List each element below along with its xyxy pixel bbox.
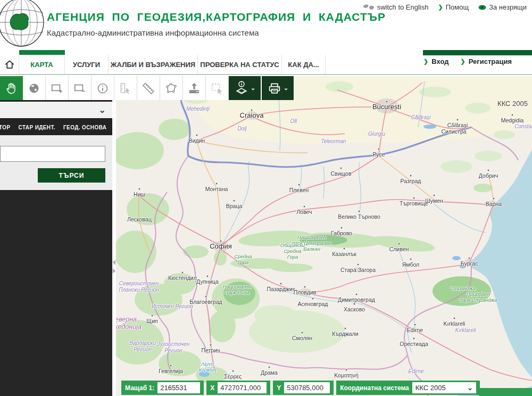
city-dot (413, 197, 415, 200)
city-dot (170, 365, 172, 367)
zoom-in-rect-icon (50, 81, 64, 95)
globe-icon (28, 82, 40, 95)
help-link[interactable]: ❯ Помощ (438, 3, 469, 11)
feature-info-button[interactable] (92, 76, 114, 100)
select-region-button[interactable] (206, 76, 229, 100)
info-icon (96, 82, 109, 95)
city-dot (378, 148, 380, 151)
ruler-cursor-icon (119, 81, 132, 95)
tab-uslugi[interactable]: УСЛУГИ (65, 55, 109, 74)
scale-input[interactable] (157, 382, 200, 393)
zoom-out-rect-icon (73, 81, 87, 95)
switch-language-link[interactable]: switch to English (363, 3, 429, 11)
home-tab[interactable] (0, 55, 19, 74)
x-coordinate-block: X (206, 381, 270, 395)
city-dot (280, 283, 282, 285)
chevron-right-icon: ❯ (438, 4, 443, 11)
sidebar-tab-geod-osnova[interactable]: ГЕОД. ОСНОВА (63, 125, 106, 130)
map-crs-badge: ККС 2005 (497, 100, 528, 108)
printer-icon (267, 81, 282, 96)
crs-block: Координатна система ККС 2005 ⌄ (336, 381, 480, 395)
city-dot (233, 200, 236, 202)
agency-subtitle: Кадастрално-административна информационн… (47, 28, 386, 37)
overview-globe-button[interactable] (23, 76, 46, 100)
city-dot (345, 369, 348, 372)
measure-area-button[interactable] (160, 76, 183, 100)
city-dot (303, 205, 306, 208)
map-viewport[interactable]: CraiovaBucureștiСофияВидинМонтанаПлевенВ… (116, 76, 532, 396)
city-dot (206, 275, 209, 278)
map-attribution-bar (479, 388, 532, 396)
city-dot (386, 101, 388, 103)
city-dot (304, 286, 306, 288)
y-coordinate-input[interactable] (284, 382, 330, 393)
city-dot (210, 344, 212, 346)
city-dot (181, 271, 184, 274)
chevron-right-icon: ❯ (460, 58, 465, 65)
header: АГЕНЦИЯ ПО ГЕОДЕЗИЯ,КАРТОГРАФИЯ И КАДАСТ… (0, 0, 532, 50)
collapse-right-arrow-icon[interactable] (113, 268, 115, 274)
login-link[interactable]: ❯ Вход (423, 57, 448, 65)
chevron-right-icon: ❯ (423, 58, 428, 65)
agency-globe-logo (0, 0, 47, 48)
city-dot (220, 240, 222, 243)
tab-kak-da[interactable]: КАК ДА... (282, 55, 326, 74)
eye-icon (478, 5, 486, 10)
snap-measure-button[interactable] (114, 76, 137, 100)
main-nav: КАРТА УСЛУГИ ЖАЛБИ И ВЪЗРАЖЕНИЯ ПРОВЕРКА… (0, 50, 532, 75)
city-dot (357, 263, 360, 266)
city-dot (232, 370, 235, 373)
search-button[interactable]: ТЪРСИ (38, 168, 105, 183)
pan-hand-tool-button[interactable] (0, 76, 23, 100)
ruler-icon (142, 81, 155, 95)
upload-icon (187, 81, 201, 95)
city-dot (433, 194, 436, 197)
city-dot (138, 188, 141, 191)
city-dot (410, 258, 412, 261)
zoom-in-box-button[interactable] (46, 76, 69, 100)
y-coordinate-block: Y (273, 381, 334, 395)
city-dot (340, 227, 343, 229)
crs-select[interactable]: ККС 2005 ⌄ (412, 382, 476, 393)
city-dot (205, 295, 207, 298)
city-dot (493, 197, 495, 200)
city-dot (413, 337, 415, 340)
zoom-out-box-button[interactable] (69, 76, 92, 100)
search-sidebar: ⌄ ТОР СТАР ИДЕНТ. ГЕОД. ОСНОВА ТЪРСИ (0, 100, 112, 396)
sidebar-divider (112, 100, 116, 396)
world-map-icon (363, 4, 375, 11)
city-dot (456, 119, 459, 121)
y-label: Y (277, 384, 281, 392)
sidebar-tab-identifikator-partial[interactable]: ТОР (0, 125, 11, 130)
measure-distance-button[interactable] (137, 76, 160, 100)
tab-proverka-status[interactable]: ПРОВЕРКА НА СТАТУС (198, 55, 282, 74)
city-dot (298, 184, 301, 186)
sidebar-search-input[interactable] (0, 146, 105, 162)
collapse-left-arrow-icon[interactable] (113, 260, 115, 265)
map-basemap (116, 76, 532, 396)
city-dot (358, 210, 361, 213)
sidebar-tab-star-ident[interactable]: СТАР ИДЕНТ. (19, 125, 55, 130)
search-type-dropdown[interactable]: ⌄ (0, 102, 112, 119)
nav-top-accent-bar (423, 50, 532, 55)
city-dot (468, 257, 471, 260)
x-coordinate-input[interactable] (218, 382, 267, 393)
tab-karta[interactable]: КАРТА (19, 55, 65, 74)
upload-data-button[interactable] (183, 76, 206, 100)
accessibility-link[interactable]: За незрящи (478, 3, 527, 11)
map-toolbar: ⌄ ⌄ (0, 76, 295, 100)
register-link[interactable]: ❯ Регистрация (460, 57, 512, 65)
chevron-down-icon: ⌄ (284, 85, 288, 92)
layers-menu-button[interactable]: ⌄ (229, 76, 262, 100)
print-menu-button[interactable]: ⌄ (262, 76, 295, 100)
city-dot (340, 167, 343, 170)
tab-zhalbi[interactable]: ЖАЛБИ И ВЪЗРАЖЕНИЯ (109, 55, 198, 74)
city-dot (312, 298, 314, 300)
app-window: CraiovaBucureștiСофияВидинМонтанаПлевенВ… (0, 0, 532, 396)
city-dot (344, 327, 347, 330)
city-dot (196, 134, 198, 137)
layers-info-icon (234, 80, 249, 96)
x-label: X (210, 384, 214, 392)
chevron-down-icon: ⌄ (467, 384, 473, 392)
scale-block: Мащаб 1: (121, 381, 204, 395)
